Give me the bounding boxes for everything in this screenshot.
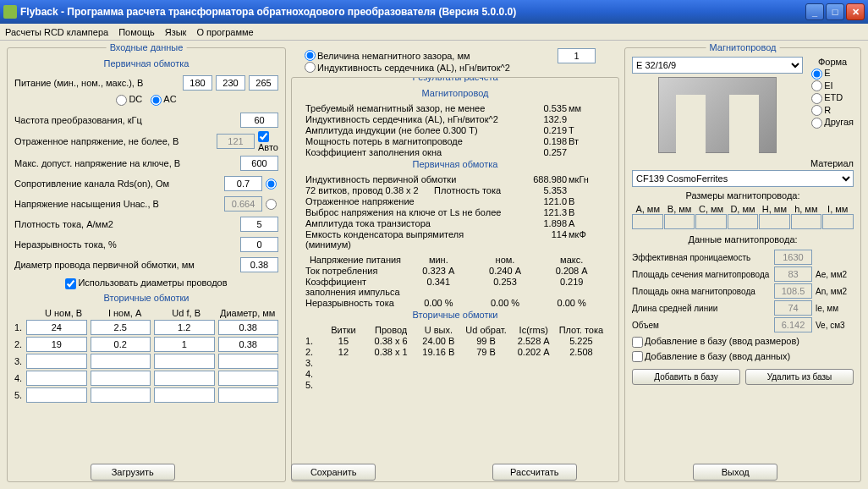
s5-i[interactable] bbox=[91, 387, 151, 403]
power-max-input[interactable] bbox=[249, 75, 278, 91]
menu-rcd[interactable]: Расчеты RCD клампера bbox=[5, 27, 108, 37]
secondary-subtitle: Вторичные обмотки bbox=[14, 293, 278, 303]
del-db-button[interactable]: Удалить из базы bbox=[745, 369, 854, 385]
s4-d[interactable] bbox=[218, 371, 279, 386]
vmax-input[interactable] bbox=[240, 156, 278, 171]
gap-input[interactable] bbox=[558, 48, 596, 63]
s1-i[interactable] bbox=[91, 320, 151, 335]
s1-ud[interactable] bbox=[154, 320, 215, 335]
s5-u[interactable] bbox=[26, 387, 87, 403]
input-panel: Входные данные Первичная обмотка Питание… bbox=[7, 47, 286, 482]
mu-input bbox=[774, 250, 812, 265]
al-radio[interactable] bbox=[305, 62, 316, 73]
dim-hh bbox=[759, 214, 790, 229]
s4-ud[interactable] bbox=[154, 371, 215, 386]
al-radio-label: Индуктивность сердечника (AL), нГн/виток… bbox=[317, 63, 510, 73]
auto-check-label[interactable]: Авто bbox=[258, 131, 278, 153]
usat-radio[interactable] bbox=[266, 199, 277, 210]
s2-i[interactable] bbox=[91, 337, 151, 352]
disc-input[interactable] bbox=[240, 237, 278, 252]
dc-radio-label[interactable]: DC bbox=[116, 94, 142, 106]
core-panel-title: Магнитопровод bbox=[706, 42, 780, 52]
exit-button[interactable]: Выход bbox=[693, 464, 777, 481]
s3-ud[interactable] bbox=[154, 354, 215, 369]
s3-i[interactable] bbox=[91, 354, 151, 369]
primary-subtitle: Первичная обмотка bbox=[14, 58, 278, 69]
material-select[interactable]: CF139 CosmoFerrites bbox=[632, 170, 854, 187]
vmax-label: Макс. допуст. напряжение на ключе, В bbox=[14, 158, 237, 168]
res-core-title: Магнитопровод bbox=[299, 88, 612, 98]
rds-radio[interactable] bbox=[266, 179, 277, 190]
s4-i[interactable] bbox=[91, 371, 151, 386]
window-title: Flyback - Программа расчета трансформато… bbox=[20, 6, 805, 18]
core-panel: Магнитопровод E 32/16/9 Форма E EI ETD R… bbox=[624, 47, 861, 482]
menu-lang[interactable]: Язык bbox=[165, 27, 187, 37]
cdata-label: Данные магнитопровода: bbox=[632, 234, 854, 244]
sec-h-i: I ном, А bbox=[94, 308, 156, 318]
ac-radio-label[interactable]: AC bbox=[151, 94, 176, 106]
gap-radio[interactable] bbox=[305, 50, 316, 61]
ve-input bbox=[774, 317, 812, 332]
use-diam-label[interactable]: Использовать диаметры проводов bbox=[65, 277, 227, 288]
an-input bbox=[774, 283, 812, 299]
ae-input bbox=[774, 266, 812, 282]
power-nom-input[interactable] bbox=[216, 75, 245, 91]
s5-d[interactable] bbox=[218, 387, 279, 403]
menu-help[interactable]: Помощь bbox=[118, 27, 155, 37]
maximize-button[interactable]: □ bbox=[826, 3, 844, 20]
add-db-button[interactable]: Добавить в базу bbox=[632, 369, 740, 385]
menubar: Расчеты RCD клампера Помощь Язык О прогр… bbox=[0, 24, 868, 41]
power-label: Питание (мин., ном., макс.), В bbox=[14, 78, 179, 88]
shape-other-radio[interactable] bbox=[811, 118, 822, 129]
titlebar: Flyback - Программа расчета трансформато… bbox=[0, 0, 868, 24]
auto-check[interactable] bbox=[258, 131, 269, 142]
dim-a bbox=[632, 214, 663, 229]
menu-about[interactable]: О программе bbox=[196, 27, 253, 37]
shape-ei-radio[interactable] bbox=[811, 80, 822, 91]
dim-c bbox=[695, 214, 727, 229]
sec-h-u: U ном, В bbox=[33, 308, 95, 318]
rds-input[interactable] bbox=[224, 176, 262, 191]
close-button[interactable]: ✕ bbox=[846, 3, 865, 20]
usat-label: Напряжение насыщения Uнас., В bbox=[14, 199, 221, 209]
jdens-input[interactable] bbox=[240, 217, 278, 232]
dwire-label: Диаметр провода первичной обмотки, мм bbox=[14, 260, 237, 270]
power-min-input[interactable] bbox=[183, 75, 212, 91]
minimize-button[interactable]: _ bbox=[805, 3, 824, 20]
shape-etd-radio[interactable] bbox=[811, 93, 822, 104]
save-button[interactable]: Сохранить bbox=[291, 464, 376, 481]
input-panel-title: Входные данные bbox=[107, 42, 187, 52]
s2-d[interactable] bbox=[218, 337, 279, 352]
usat-input bbox=[224, 196, 262, 212]
add-data-check[interactable] bbox=[632, 351, 643, 362]
use-diam-check[interactable] bbox=[65, 278, 76, 289]
dim-h bbox=[791, 214, 822, 229]
material-label: Материал bbox=[810, 158, 854, 168]
core-select[interactable]: E 32/16/9 bbox=[632, 57, 803, 74]
dc-radio[interactable] bbox=[116, 95, 127, 106]
s1-u[interactable] bbox=[26, 320, 87, 335]
res-prim-title: Первичная обмотка bbox=[299, 159, 612, 169]
s4-u[interactable] bbox=[26, 371, 87, 386]
add-dims-check[interactable] bbox=[632, 337, 643, 348]
s1-d[interactable] bbox=[218, 320, 279, 335]
shape-r-radio[interactable] bbox=[811, 105, 822, 116]
dwire-input[interactable] bbox=[240, 257, 278, 272]
dim-i bbox=[822, 214, 854, 229]
s5-ud[interactable] bbox=[154, 387, 215, 403]
s3-d[interactable] bbox=[218, 354, 279, 369]
shape-e-radio[interactable] bbox=[811, 69, 822, 80]
load-button[interactable]: Загрузить bbox=[91, 464, 175, 481]
s2-ud[interactable] bbox=[154, 337, 215, 352]
s3-u[interactable] bbox=[26, 354, 87, 369]
s2-u[interactable] bbox=[26, 337, 87, 352]
jdens-label: Плотность тока, А/мм2 bbox=[14, 219, 237, 229]
freq-input[interactable] bbox=[240, 113, 278, 128]
calc-button[interactable]: Рассчитать bbox=[492, 464, 577, 481]
rds-label: Сопротивление канала Rds(on), Ом bbox=[14, 179, 221, 189]
freq-label: Частота преобразования, кГц bbox=[14, 115, 237, 125]
results-title: Результаты расчета bbox=[409, 77, 501, 82]
ac-radio[interactable] bbox=[151, 95, 162, 106]
refl-input bbox=[217, 134, 255, 149]
dims-label: Размеры магнитопровода: bbox=[632, 190, 854, 201]
